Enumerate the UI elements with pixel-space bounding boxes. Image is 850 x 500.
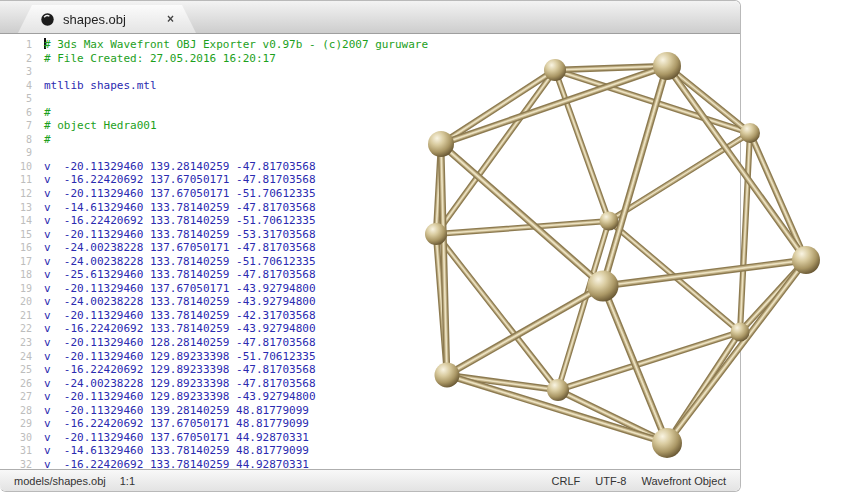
- line-number: 18: [0, 268, 32, 282]
- code-line[interactable]: 1# 3ds Max Wavefront OBJ Exporter v0.97b…: [0, 38, 740, 52]
- tab-close-icon[interactable]: ×: [167, 13, 174, 25]
- file-type-selector[interactable]: Wavefront Object: [641, 475, 726, 487]
- code-line[interactable]: 19v -20.11329460 137.67050171 -43.927948…: [0, 282, 740, 296]
- line-text: v -16.22420692 133.78140259 -43.92794800: [44, 322, 740, 336]
- code-line[interactable]: 22v -16.22420692 133.78140259 -43.927948…: [0, 322, 740, 336]
- code-line[interactable]: 23v -20.11329460 128.28140259 -47.817035…: [0, 336, 740, 350]
- line-text: v -20.11329460 137.67050171 -43.92794800: [44, 282, 740, 296]
- line-number: 12: [0, 187, 32, 201]
- code-line[interactable]: 25v -16.22420692 129.89233398 -47.817035…: [0, 363, 740, 377]
- line-number: 24: [0, 350, 32, 364]
- line-text: v -24.00238228 133.78140259 -43.92794800: [44, 295, 740, 309]
- code-lines: 1# 3ds Max Wavefront OBJ Exporter v0.97b…: [0, 38, 740, 471]
- line-text: v -14.61329460 133.78140259 -47.81703568: [44, 201, 740, 215]
- line-text: # object Hedra001: [44, 119, 157, 133]
- status-bar: models/shapes.obj 1:1 CRLF UTF-8 Wavefro…: [0, 469, 740, 491]
- line-text: v -20.11329460 137.67050171 -51.70612335: [44, 187, 740, 201]
- file-path: models/shapes.obj: [14, 475, 106, 487]
- line-text: v -20.11329460 137.67050171 44.92870331: [44, 431, 740, 445]
- line-number: 5: [0, 92, 32, 106]
- line-number: 27: [0, 390, 32, 404]
- code-line[interactable]: 11v -16.22420692 137.67050171 -47.817035…: [0, 173, 740, 187]
- editor-window: shapes.obj × 1# 3ds Max Wavefront OBJ Ex…: [0, 0, 741, 492]
- code-line[interactable]: 2# File Created: 27.05.2016 16:20:17: [0, 52, 740, 66]
- code-line[interactable]: 9: [0, 146, 740, 160]
- line-number: 23: [0, 336, 32, 350]
- line-text: mtllib shapes.mtl: [44, 79, 740, 93]
- code-editor[interactable]: 1# 3ds Max Wavefront OBJ Exporter v0.97b…: [0, 34, 740, 471]
- code-line[interactable]: 27v -20.11329460 129.89233398 -43.927948…: [0, 390, 740, 404]
- tab-title: shapes.obj: [63, 12, 126, 27]
- line-number: 21: [0, 309, 32, 323]
- tab-bar: shapes.obj ×: [0, 1, 740, 34]
- code-line[interactable]: 24v -20.11329460 129.89233398 -51.706123…: [0, 350, 740, 364]
- code-line[interactable]: 28v -20.11329460 139.28140259 48.8177909…: [0, 404, 740, 418]
- encoding-selector[interactable]: UTF-8: [595, 475, 626, 487]
- tab-shapes-obj[interactable]: shapes.obj ×: [18, 5, 196, 33]
- line-number: 17: [0, 255, 32, 269]
- line-number: 16: [0, 241, 32, 255]
- code-line[interactable]: 15v -20.11329460 133.78140259 -53.317035…: [0, 228, 740, 242]
- line-ending-selector[interactable]: CRLF: [552, 475, 581, 487]
- code-line[interactable]: 18v -25.61329460 133.78140259 -47.817035…: [0, 268, 740, 282]
- line-number: 26: [0, 377, 32, 391]
- line-number: 1: [0, 38, 32, 52]
- line-number: 25: [0, 363, 32, 377]
- code-line[interactable]: 10v -20.11329460 139.28140259 -47.817035…: [0, 160, 740, 174]
- code-line[interactable]: 17v -24.00238228 133.78140259 -51.706123…: [0, 255, 740, 269]
- line-text: v -20.11329460 128.28140259 -47.81703568: [44, 336, 740, 350]
- line-text: v -24.00238228 129.89233398 -47.81703568: [44, 377, 740, 391]
- code-line[interactable]: 31v -14.61329460 133.78140259 48.8177909…: [0, 444, 740, 458]
- line-number: 8: [0, 133, 32, 147]
- file-type-icon: [40, 12, 55, 27]
- code-line[interactable]: 21v -20.11329460 133.78140259 -42.317035…: [0, 309, 740, 323]
- code-line[interactable]: 4mtllib shapes.mtl: [0, 79, 740, 93]
- line-text: v -20.11329460 129.89233398 -43.92794800: [44, 390, 740, 404]
- line-number: 20: [0, 295, 32, 309]
- text-cursor: [44, 38, 46, 49]
- line-text: v -14.61329460 133.78140259 48.81779099: [44, 444, 740, 458]
- line-text: # 3ds Max Wavefront OBJ Exporter v0.97b …: [44, 38, 428, 52]
- line-text: #: [44, 133, 51, 147]
- line-number: 11: [0, 173, 32, 187]
- line-number: 29: [0, 417, 32, 431]
- line-text: v -16.22420692 137.67050171 48.81779099: [44, 417, 740, 431]
- code-line[interactable]: 13v -14.61329460 133.78140259 -47.817035…: [0, 201, 740, 215]
- line-text: v -20.11329460 139.28140259 -47.81703568: [44, 160, 740, 174]
- line-text: v -24.00238228 133.78140259 -51.70612335: [44, 255, 740, 269]
- code-line[interactable]: 6#: [0, 106, 740, 120]
- line-text: v -20.11329460 133.78140259 -42.31703568: [44, 309, 740, 323]
- line-text: v -16.22420692 137.67050171 -47.81703568: [44, 173, 740, 187]
- line-number: 4: [0, 79, 32, 93]
- code-line[interactable]: 30v -20.11329460 137.67050171 44.9287033…: [0, 431, 740, 445]
- code-line[interactable]: 26v -24.00238228 129.89233398 -47.817035…: [0, 377, 740, 391]
- line-number: 10: [0, 160, 32, 174]
- code-line[interactable]: 12v -20.11329460 137.67050171 -51.706123…: [0, 187, 740, 201]
- line-text: v -16.22420692 129.89233398 -47.81703568: [44, 363, 740, 377]
- line-number: 3: [0, 65, 32, 79]
- code-line[interactable]: 3: [0, 65, 740, 79]
- line-number: 30: [0, 431, 32, 445]
- line-number: 19: [0, 282, 32, 296]
- line-text: v -16.22420692 133.78140259 -51.70612335: [44, 214, 740, 228]
- line-text: v -20.11329460 129.89233398 -51.70612335: [44, 350, 740, 364]
- line-number: 2: [0, 52, 32, 66]
- caret-position: 1:1: [120, 475, 135, 487]
- line-number: 9: [0, 146, 32, 160]
- code-line[interactable]: 29v -16.22420692 137.67050171 48.8177909…: [0, 417, 740, 431]
- model-vertex-sphere: [792, 246, 820, 274]
- code-line[interactable]: 5: [0, 92, 740, 106]
- line-text: #: [44, 106, 51, 120]
- code-line[interactable]: 7# object Hedra001: [0, 119, 740, 133]
- line-number: 15: [0, 228, 32, 242]
- line-number: 7: [0, 119, 32, 133]
- code-line[interactable]: 8#: [0, 133, 740, 147]
- line-number: 31: [0, 444, 32, 458]
- line-number: 6: [0, 106, 32, 120]
- code-line[interactable]: 14v -16.22420692 133.78140259 -51.706123…: [0, 214, 740, 228]
- screen: shapes.obj × 1# 3ds Max Wavefront OBJ Ex…: [0, 0, 850, 500]
- line-text: v -25.61329460 133.78140259 -47.81703568: [44, 268, 740, 282]
- line-number: 28: [0, 404, 32, 418]
- code-line[interactable]: 16v -24.00238228 137.67050171 -47.817035…: [0, 241, 740, 255]
- code-line[interactable]: 20v -24.00238228 133.78140259 -43.927948…: [0, 295, 740, 309]
